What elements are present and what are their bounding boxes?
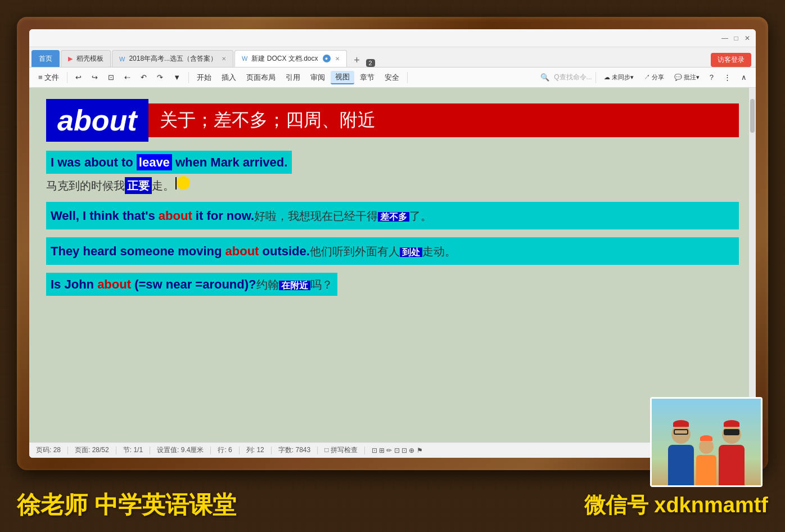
comment-button[interactable]: 💬 批注▾ xyxy=(670,72,704,83)
person-2 xyxy=(719,425,745,485)
spell-check[interactable]: □ 拼写检查 xyxy=(324,445,358,455)
status-sep-8 xyxy=(364,447,365,454)
separator-3 xyxy=(407,72,408,83)
sentence3-container: They heard someone moving about outside.… xyxy=(46,237,739,265)
sentence2-chinese-after: 了。 xyxy=(409,210,432,222)
undo2-button[interactable]: ↶ xyxy=(136,72,151,83)
page-code: 页码: 28 xyxy=(36,445,61,455)
sentence-1-row: I was about to leave when Mark arrived. … xyxy=(46,151,739,194)
sentence4-chinese-before: 约翰 xyxy=(256,278,279,291)
doc-content[interactable]: about 关于；差不多；四周、附近 I was about to leave … xyxy=(29,88,756,442)
share-icon: ↗ xyxy=(644,74,650,80)
toolbar-search-area: 🔍 Q查找命令... xyxy=(540,73,592,82)
page-layout-tab[interactable]: 页面布局 xyxy=(242,71,280,84)
sentence1-chinese-before: 马克到的时候我 xyxy=(46,177,125,194)
minimize-button[interactable]: — xyxy=(721,34,729,42)
maximize-button[interactable]: □ xyxy=(732,34,740,42)
visitor-login-button[interactable]: 访客登录 xyxy=(711,53,751,67)
reference-tab[interactable]: 引用 xyxy=(281,71,305,84)
view-tab[interactable]: 视图 xyxy=(331,71,354,84)
share-button[interactable]: ↗ 分享 xyxy=(639,72,669,83)
status-sep-6 xyxy=(271,447,272,454)
doc-area: about 关于；差不多；四周、附近 I was about to leave … xyxy=(29,88,756,458)
sentence2-highlight: 差不多 xyxy=(378,212,409,222)
new-doc-close-icon[interactable]: ✕ xyxy=(335,56,340,62)
close-button[interactable]: ✕ xyxy=(743,34,751,42)
new-doc-icon: W xyxy=(242,55,247,62)
back-button[interactable]: ⇠ xyxy=(120,72,135,83)
sentence1-english-rest: when Mark arrived. xyxy=(172,155,287,169)
toolbar: ≡ 文件 ↩ ↪ ⊡ ⇠ ↶ ↷ ▼ 开始 插入 页面布局 引用 审阅 视图 章… xyxy=(29,67,756,88)
save-button[interactable]: ⊡ xyxy=(103,72,119,83)
person-1 xyxy=(668,425,694,485)
tab-new-doc-label: 新建 DOCX 文档.docx xyxy=(251,54,318,64)
tab-new-doc[interactable]: W 新建 DOCX 文档.docx ● ✕ xyxy=(234,50,346,67)
status-bar: 页码: 28 页面: 28/52 节: 1/1 设置值: 9.4厘米 行: 6 … xyxy=(29,442,756,458)
bottom-right-text: 微信号 xdknmamtf xyxy=(584,491,768,520)
undo-button[interactable]: ↩ xyxy=(71,72,86,83)
profile-photo xyxy=(650,397,763,487)
word-title-row: about 关于；差不多；四周、附近 xyxy=(46,99,739,142)
help-button[interactable]: ? xyxy=(705,72,718,83)
tab-home-label: 首页 xyxy=(39,54,52,64)
sentence1-leave: leave xyxy=(137,154,172,170)
tab-number-badge: 2 xyxy=(366,59,375,67)
sentence-3-row: They heard someone moving about outside.… xyxy=(46,237,739,265)
status-sep-1 xyxy=(67,447,68,454)
col-info: 列: 12 xyxy=(246,445,264,455)
yellow-dot xyxy=(177,176,190,190)
person-child xyxy=(696,439,716,485)
sentence4-highlight: 在附近 xyxy=(279,281,310,290)
more-button[interactable]: ⋮ xyxy=(719,72,736,83)
title-bar: — □ ✕ xyxy=(29,29,756,47)
wps-window: — □ ✕ 首页 ▶ 稻壳模板 W 2018年高考...选五（含答案） ✕ xyxy=(29,29,756,458)
tab-template[interactable]: ▶ 稻壳模板 xyxy=(61,50,111,67)
security-tab[interactable]: 安全 xyxy=(380,71,404,84)
redo2-button[interactable]: ↷ xyxy=(152,72,168,83)
status-sep-2 xyxy=(116,447,116,454)
gaokao-close-icon[interactable]: ✕ xyxy=(222,56,226,62)
search-icon: 🔍 xyxy=(540,73,549,82)
search-placeholder[interactable]: Q查找命令... xyxy=(554,73,592,82)
tab-gaokao-label: 2018年高考...选五（含答案） xyxy=(129,54,217,64)
sentence-4-row: Is John about (=sw near =around)?约翰在附近吗？ xyxy=(46,273,739,298)
expand-button[interactable]: ∧ xyxy=(737,72,751,83)
word-chinese-meanings: 关于；差不多；四周、附近 xyxy=(148,103,739,137)
template-icon: ▶ xyxy=(68,55,73,62)
tab-home[interactable]: 首页 xyxy=(31,50,60,67)
status-sep-4 xyxy=(210,447,211,454)
sentence1-chinese-line: 马克到的时候我 正要 走。 xyxy=(46,176,739,194)
sentence4-en-part1: Is John xyxy=(51,277,97,291)
start-tab[interactable]: 开始 xyxy=(192,71,216,84)
page-of: 页面: 28/52 xyxy=(75,445,109,455)
sync-button[interactable]: ☁ 未同步▾ xyxy=(599,72,638,83)
sentence1-highlight: 正要 xyxy=(125,177,152,194)
dropdown-button[interactable]: ▼ xyxy=(169,72,185,83)
scrollbar-thumb[interactable] xyxy=(750,99,755,133)
sentence2-about: about xyxy=(159,209,192,223)
sentence3-about: about xyxy=(225,244,259,258)
row-info: 行: 6 xyxy=(218,445,232,455)
redo-button[interactable]: ↪ xyxy=(87,72,102,83)
review-tab[interactable]: 审阅 xyxy=(306,71,330,84)
tab-gaokao[interactable]: W 2018年高考...选五（含答案） ✕ xyxy=(112,50,233,67)
insert-tab[interactable]: 插入 xyxy=(217,71,241,84)
new-tab-button[interactable]: + xyxy=(350,53,364,67)
sentence2-en-part1: Well, I think that's xyxy=(51,209,159,223)
title-bar-controls: — □ ✕ xyxy=(721,34,751,42)
separator-2 xyxy=(188,72,189,83)
cloud-icon: ☁ xyxy=(604,74,610,80)
comment-icon: 💬 xyxy=(674,74,682,80)
doc-wrapper: about 关于；差不多；四周、附近 I was about to leave … xyxy=(29,88,756,458)
separator-1 xyxy=(67,72,67,83)
menu-icon: ≡ xyxy=(38,73,43,82)
layout-icons: ⊡ ⊞ ✏ ⊡ ⊡ ⊕ ⚑ xyxy=(372,447,423,454)
sentence3-en-part1: They heard someone moving xyxy=(51,244,225,258)
sentence3-chinese-after: 走动。 xyxy=(422,245,456,258)
file-menu-button[interactable]: ≡ 文件 xyxy=(34,71,64,84)
status-sep-5 xyxy=(239,447,240,454)
sentence4-chinese-after: 吗？ xyxy=(310,278,333,291)
sentence3-chinese-before: 他们听到外面有人 xyxy=(310,245,400,258)
chapter-tab[interactable]: 章节 xyxy=(355,71,379,84)
separator-4 xyxy=(595,72,596,83)
